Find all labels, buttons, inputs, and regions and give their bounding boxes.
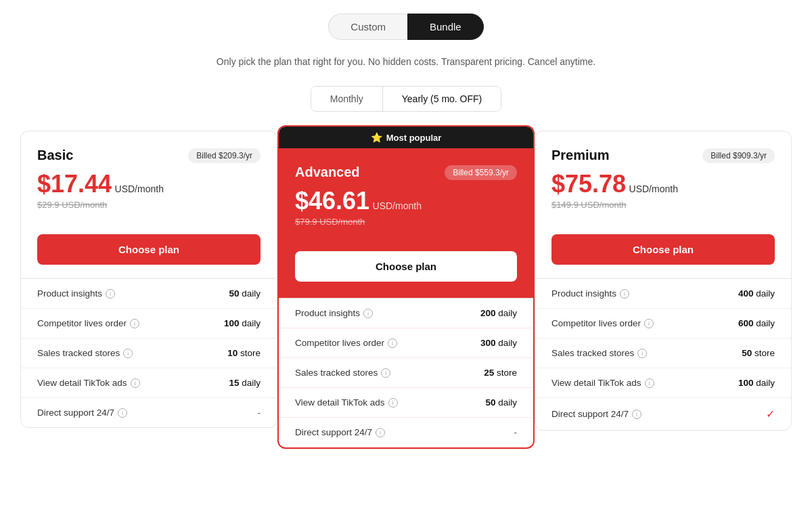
star-icon: ⭐ xyxy=(371,132,382,143)
basic-choose-button[interactable]: Choose plan xyxy=(37,234,261,265)
basic-sales-tracked-label: Sales tracked stores i xyxy=(37,348,133,358)
premium-plan-card: Premium Billed $909.3/yr $75.78 USD/mont… xyxy=(535,131,792,431)
basic-price-row: $17.44 USD/month xyxy=(37,170,261,198)
adv-tiktok-ads-value: 50 daily xyxy=(485,397,517,408)
prem-tiktok-ads-info-icon: i xyxy=(645,378,654,388)
adv-product-insights-info-icon: i xyxy=(363,309,373,318)
prem-direct-support-info-icon: i xyxy=(632,410,641,419)
advanced-plan-name-row: Advanced Billed $559.3/yr xyxy=(295,165,517,180)
basic-tiktok-ads-value: 15 daily xyxy=(229,378,261,388)
prem-tiktok-ads-label: View detail TikTok ads i xyxy=(551,378,654,388)
basic-billed-badge: Billed $209.3/yr xyxy=(188,148,261,163)
premium-price: $75.78 xyxy=(551,170,626,198)
yearly-billing-button[interactable]: Yearly (5 mo. OFF) xyxy=(383,87,501,111)
prem-direct-support-value: ✓ xyxy=(766,408,775,420)
prem-sales-tracked-info-icon: i xyxy=(637,349,647,358)
advanced-plan-card: ⭐ Most popular Advanced Billed $559.3/yr… xyxy=(277,125,535,449)
prem-competitor-lives-value: 600 daily xyxy=(738,318,775,328)
billing-period-toggle: Monthly Yearly (5 mo. OFF) xyxy=(311,86,502,112)
adv-tiktok-ads-info-icon: i xyxy=(388,398,398,408)
advanced-feature-sales-tracked: Sales tracked stores i 25 store xyxy=(279,358,533,388)
prem-competitor-lives-info-icon: i xyxy=(644,319,654,328)
premium-choose-button[interactable]: Choose plan xyxy=(551,234,775,265)
advanced-feature-competitor-lives: Competitor lives order i 300 daily xyxy=(279,328,533,358)
adv-direct-support-info-icon: i xyxy=(376,428,385,437)
basic-plan-name-row: Basic Billed $209.3/yr xyxy=(37,148,261,163)
basic-feature-tiktok-ads: View detail TikTok ads i 15 daily xyxy=(21,368,277,398)
advanced-billed-badge: Billed $559.3/yr xyxy=(445,165,517,180)
advanced-feature-product-insights: Product insights i 200 daily xyxy=(279,299,533,328)
monthly-billing-button[interactable]: Monthly xyxy=(311,87,383,111)
prem-competitor-lives-label: Competitor lives order i xyxy=(551,318,654,328)
basic-product-insights-value: 50 daily xyxy=(229,288,261,299)
plan-type-toggle: Custom Bundle xyxy=(328,14,483,40)
premium-price-row: $75.78 USD/month xyxy=(551,170,775,198)
competitor-lives-info-icon: i xyxy=(130,319,139,328)
premium-price-unit: USD/month xyxy=(629,183,678,194)
adv-sales-tracked-label: Sales tracked stores i xyxy=(295,368,390,378)
basic-plan-card: Basic Billed $209.3/yr $17.44 USD/month … xyxy=(20,131,277,428)
adv-tiktok-ads-label: View detail TikTok ads i xyxy=(295,397,398,408)
custom-toggle-button[interactable]: Custom xyxy=(328,14,407,40)
basic-direct-support-value: - xyxy=(258,408,261,418)
prem-tiktok-ads-value: 100 daily xyxy=(738,378,775,388)
adv-competitor-lives-info-icon: i xyxy=(388,339,397,348)
advanced-features: Product insights i 200 daily Competitor … xyxy=(279,298,533,447)
advanced-price-unit: USD/month xyxy=(373,200,422,211)
advanced-price-row: $46.61 USD/month xyxy=(295,187,517,215)
basic-feature-sales-tracked: Sales tracked stores i 10 store xyxy=(21,339,277,368)
premium-feature-product-insights: Product insights i 400 daily xyxy=(535,279,791,309)
prem-sales-tracked-label: Sales tracked stores i xyxy=(551,348,647,358)
prem-sales-tracked-value: 50 store xyxy=(742,348,775,358)
direct-support-info-icon: i xyxy=(118,408,127,418)
premium-feature-tiktok-ads: View detail TikTok ads i 100 daily xyxy=(535,368,791,398)
tiktok-ads-info-icon: i xyxy=(131,378,140,388)
adv-competitor-lives-value: 300 daily xyxy=(480,338,517,348)
bundle-toggle-button[interactable]: Bundle xyxy=(407,14,484,40)
sales-tracked-info-icon: i xyxy=(123,349,133,358)
advanced-plan-name: Advanced xyxy=(295,165,360,180)
adv-competitor-lives-label: Competitor lives order i xyxy=(295,338,397,348)
premium-plan-name: Premium xyxy=(551,148,610,163)
prem-product-insights-value: 400 daily xyxy=(738,288,775,299)
basic-sales-tracked-value: 10 store xyxy=(227,348,261,358)
basic-price-original: $29.9 USD/month xyxy=(37,200,261,210)
adv-direct-support-label: Direct support 24/7 i xyxy=(295,427,385,437)
prem-product-insights-label: Product insights i xyxy=(551,288,629,299)
advanced-choose-button[interactable]: Choose plan xyxy=(295,251,517,282)
basic-price: $17.44 xyxy=(37,170,112,198)
premium-billed-badge: Billed $909.3/yr xyxy=(702,148,775,163)
prem-direct-support-label: Direct support 24/7 i xyxy=(551,409,641,419)
advanced-feature-tiktok-ads: View detail TikTok ads i 50 daily xyxy=(279,388,533,418)
premium-price-original: $149.9 USD/month xyxy=(551,200,775,210)
most-popular-label: Most popular xyxy=(386,133,442,143)
pricing-subtitle: Only pick the plan that right for you. N… xyxy=(217,56,595,67)
basic-price-unit: USD/month xyxy=(115,183,164,194)
adv-sales-tracked-value: 25 store xyxy=(484,368,517,378)
basic-feature-direct-support: Direct support 24/7 i - xyxy=(21,398,277,427)
adv-product-insights-label: Product insights i xyxy=(295,308,373,318)
basic-plan-name: Basic xyxy=(37,148,73,163)
premium-feature-sales-tracked: Sales tracked stores i 50 store xyxy=(535,339,791,368)
basic-direct-support-label: Direct support 24/7 i xyxy=(37,408,127,418)
premium-plan-name-row: Premium Billed $909.3/yr xyxy=(551,148,775,163)
advanced-feature-direct-support: Direct support 24/7 i - xyxy=(279,418,533,447)
basic-feature-competitor-lives: Competitor lives order i 100 daily xyxy=(21,309,277,339)
product-insights-info-icon: i xyxy=(106,289,115,299)
premium-features: Product insights i 400 daily Competitor … xyxy=(535,278,791,430)
prem-product-insights-info-icon: i xyxy=(620,289,629,299)
basic-features: Product insights i 50 daily Competitor l… xyxy=(21,278,277,427)
basic-tiktok-ads-label: View detail TikTok ads i xyxy=(37,378,140,388)
premium-feature-direct-support: Direct support 24/7 i ✓ xyxy=(535,398,791,430)
basic-competitor-lives-label: Competitor lives order i xyxy=(37,318,139,328)
adv-sales-tracked-info-icon: i xyxy=(381,368,390,378)
premium-feature-competitor-lives: Competitor lives order i 600 daily xyxy=(535,309,791,339)
adv-direct-support-value: - xyxy=(514,427,518,437)
most-popular-bar: ⭐ Most popular xyxy=(279,127,533,148)
premium-card-header: Premium Billed $909.3/yr $75.78 USD/mont… xyxy=(535,131,791,223)
plans-grid: Basic Billed $209.3/yr $17.44 USD/month … xyxy=(20,131,792,443)
basic-product-insights-label: Product insights i xyxy=(37,288,115,299)
basic-card-header: Basic Billed $209.3/yr $17.44 USD/month … xyxy=(21,131,277,223)
advanced-price: $46.61 xyxy=(295,187,369,215)
advanced-card-header: Advanced Billed $559.3/yr $46.61 USD/mon… xyxy=(279,148,533,240)
